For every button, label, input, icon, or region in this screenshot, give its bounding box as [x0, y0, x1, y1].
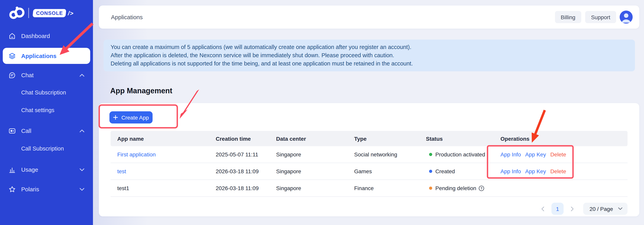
- app-key-link[interactable]: App Key: [525, 151, 546, 158]
- apps-table: App nameCreation timeData centerTypeStat…: [110, 131, 628, 197]
- status-label: Production activated: [435, 151, 485, 158]
- logo-divider: [28, 8, 29, 18]
- chat-icon: [8, 71, 16, 79]
- status-label: Pending deletion: [435, 185, 476, 191]
- sidebar-item-chat-settings[interactable]: Chat settings: [3, 102, 90, 118]
- type-cell: Finance: [354, 185, 426, 191]
- status-cell: Created ?: [426, 168, 500, 175]
- page-size-select[interactable]: 20 / Page: [583, 203, 628, 215]
- dashboard-icon: [8, 32, 16, 40]
- console-wordmark: CONSOLE: [32, 9, 66, 17]
- sidebar-item-usage[interactable]: Usage: [3, 162, 90, 178]
- chevron-down-icon: [80, 168, 84, 171]
- applications-icon: [8, 52, 16, 60]
- data-center-cell: Singapore: [276, 168, 354, 175]
- notice-line: Deleting all applications is not support…: [110, 60, 627, 68]
- status-cell: Pending deletion ?: [426, 185, 500, 191]
- sidebar-item-applications[interactable]: Applications: [3, 48, 90, 64]
- top-bar: Applications Billing Support: [99, 5, 639, 29]
- app-name-cell: test1: [110, 185, 216, 191]
- polaris-icon: [8, 185, 16, 193]
- code-glyph: />: [68, 9, 74, 16]
- table-header-row: App nameCreation timeData centerTypeStat…: [110, 131, 628, 146]
- column-header: Data center: [276, 135, 354, 142]
- delete-link[interactable]: Delete: [550, 151, 566, 158]
- usage-icon: [8, 166, 16, 174]
- column-header: Creation time: [216, 135, 276, 142]
- sidebar-item-polaris[interactable]: Polaris: [3, 181, 90, 197]
- sidebar-item-chat[interactable]: Chat: [3, 67, 90, 83]
- column-header: Type: [354, 135, 426, 142]
- sidebar-item-label: Chat settings: [21, 107, 54, 113]
- sidebar-item-label: Call: [21, 127, 32, 134]
- status-label: Created: [435, 168, 455, 175]
- app-info-link[interactable]: App Info: [500, 151, 521, 158]
- chevron-down-icon: [80, 188, 84, 191]
- page-number-button[interactable]: 1: [552, 203, 564, 215]
- sidebar-item-label: Usage: [21, 166, 38, 173]
- sidebar-nav: Dashboard Applications Chat Chat Subscri…: [0, 28, 93, 197]
- chevron-down-icon: [618, 207, 622, 210]
- app-name-link: test1: [117, 185, 129, 191]
- column-header: App name: [110, 135, 216, 142]
- table-body: First application 2025-05-07 11:11 Singa…: [110, 146, 628, 197]
- create-app-button[interactable]: Create App: [110, 111, 152, 123]
- prev-page-button[interactable]: [541, 206, 544, 211]
- call-icon: [8, 127, 16, 135]
- support-button[interactable]: Support: [585, 11, 616, 23]
- next-page-button[interactable]: [571, 206, 574, 211]
- console-app: CONSOLE /> Dashboard Applications Chat C…: [0, 0, 644, 225]
- create-app-label: Create App: [122, 114, 149, 121]
- type-cell: Games: [354, 168, 426, 175]
- operations-cell: App InfoApp KeyDelete: [500, 168, 628, 175]
- plus-icon: [113, 115, 118, 120]
- app-key-link[interactable]: App Key: [525, 168, 546, 175]
- chevron-up-icon: [80, 129, 84, 132]
- app-management-card: Create App App nameCreation timeData cen…: [99, 103, 639, 216]
- table-row: test 2026-03-18 11:09 Singapore Games Cr…: [110, 163, 628, 180]
- sidebar-item-label: Chat Subscription: [21, 89, 66, 95]
- table-row: test1 2026-03-18 11:09 Singapore Finance…: [110, 180, 628, 197]
- svg-text:?: ?: [481, 187, 482, 190]
- billing-button[interactable]: Billing: [555, 11, 581, 23]
- notice-line: You can create a maximum of 5 applicatio…: [110, 43, 627, 51]
- avatar[interactable]: [620, 10, 633, 23]
- app-info-link[interactable]: App Info: [500, 168, 521, 175]
- creation-time-cell: 2025-05-07 11:11: [216, 151, 276, 158]
- creation-time-cell: 2026-03-18 11:09: [216, 168, 276, 175]
- sidebar-item-dashboard[interactable]: Dashboard: [3, 28, 90, 44]
- page-title: App Management: [110, 87, 172, 95]
- operations-cell: App InfoApp KeyDelete: [500, 151, 628, 158]
- column-header: Status: [426, 135, 500, 142]
- help-icon[interactable]: ?: [479, 185, 484, 191]
- sidebar-item-label: Polaris: [21, 186, 39, 193]
- sidebar-item-label: Call Subscription: [21, 145, 64, 152]
- app-name-cell: test: [110, 168, 216, 175]
- breadcrumb: Applications: [111, 14, 143, 20]
- status-dot: [429, 170, 432, 173]
- delete-link[interactable]: Delete: [550, 168, 566, 175]
- creation-time-cell: 2026-03-18 11:09: [216, 185, 276, 191]
- sidebar-item-chat-subscription[interactable]: Chat Subscription: [3, 84, 90, 100]
- notice-line: After the application is deleted, the Ne…: [110, 51, 627, 60]
- sidebar: CONSOLE /> Dashboard Applications Chat C…: [0, 0, 93, 225]
- app-name-cell: First application: [110, 151, 216, 158]
- app-name-link[interactable]: test: [117, 168, 126, 175]
- table-row: First application 2025-05-07 11:11 Singa…: [110, 146, 628, 163]
- page-size-label: 20 / Page: [590, 206, 613, 212]
- sidebar-item-call[interactable]: Call: [3, 123, 90, 139]
- data-center-cell: Singapore: [276, 151, 354, 158]
- notice-banner: You can create a maximum of 5 applicatio…: [104, 40, 635, 71]
- data-center-cell: Singapore: [276, 185, 354, 191]
- chevron-up-icon: [80, 73, 84, 77]
- status-cell: Production activated ?: [426, 151, 500, 158]
- type-cell: Social networking: [354, 151, 426, 158]
- sidebar-item-label: Chat: [21, 72, 34, 78]
- sidebar-item-call-subscription[interactable]: Call Subscription: [3, 140, 90, 156]
- sidebar-item-label: Dashboard: [21, 32, 50, 39]
- pagination: 1 20 / Page: [541, 203, 628, 215]
- sidebar-item-label: Applications: [21, 52, 56, 59]
- status-dot: [429, 187, 432, 190]
- status-dot: [429, 153, 432, 156]
- app-name-link[interactable]: First application: [117, 151, 156, 158]
